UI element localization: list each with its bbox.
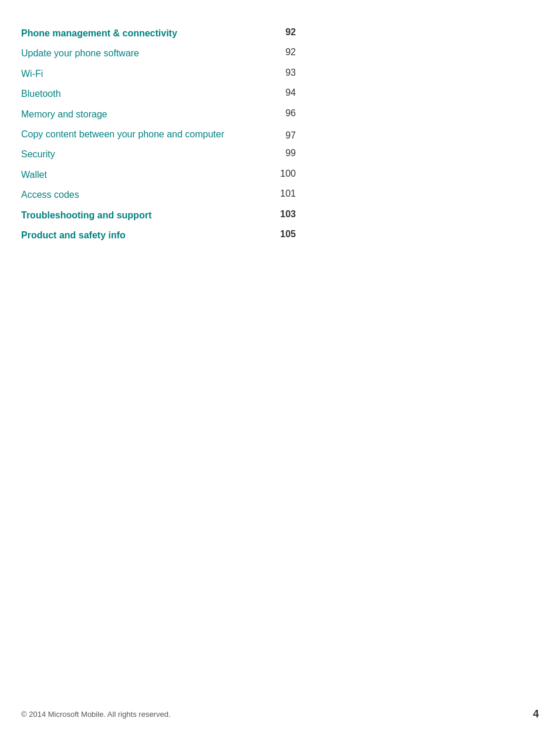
toc-label-phone-management: Phone management & connectivity bbox=[21, 27, 272, 40]
footer-copyright: © 2014 Microsoft Mobile. All rights rese… bbox=[21, 710, 171, 719]
toc-label-troubleshooting: Troubleshooting and support bbox=[21, 209, 272, 222]
toc-page-update-software: 92 bbox=[272, 47, 296, 58]
footer: © 2014 Microsoft Mobile. All rights rese… bbox=[0, 708, 560, 720]
footer-page-number: 4 bbox=[533, 708, 539, 720]
page-content: Phone management & connectivity 92 Updat… bbox=[0, 0, 317, 281]
toc-list: Phone management & connectivity 92 Updat… bbox=[21, 23, 296, 245]
toc-item-product-safety[interactable]: Product and safety info 105 bbox=[21, 225, 296, 245]
toc-page-wifi: 93 bbox=[272, 68, 296, 78]
toc-label-security: Security bbox=[21, 148, 272, 161]
toc-page-product-safety: 105 bbox=[272, 229, 296, 240]
toc-page-phone-management: 92 bbox=[272, 27, 296, 38]
toc-page-bluetooth: 94 bbox=[272, 87, 296, 98]
toc-label-copy-content: Copy content between your phone and comp… bbox=[21, 128, 272, 141]
toc-item-access-codes[interactable]: Access codes 101 bbox=[21, 185, 296, 205]
toc-item-bluetooth[interactable]: Bluetooth 94 bbox=[21, 84, 296, 104]
toc-item-wifi[interactable]: Wi-Fi 93 bbox=[21, 64, 296, 84]
toc-page-security: 99 bbox=[272, 148, 296, 159]
toc-label-product-safety: Product and safety info bbox=[21, 229, 272, 242]
toc-page-access-codes: 101 bbox=[272, 188, 296, 199]
toc-page-troubleshooting: 103 bbox=[272, 209, 296, 220]
toc-item-wallet[interactable]: Wallet 100 bbox=[21, 165, 296, 185]
toc-label-access-codes: Access codes bbox=[21, 188, 272, 201]
toc-item-memory-storage[interactable]: Memory and storage 96 bbox=[21, 105, 296, 124]
toc-label-wifi: Wi-Fi bbox=[21, 68, 272, 80]
toc-label-memory-storage: Memory and storage bbox=[21, 108, 272, 121]
toc-item-security[interactable]: Security 99 bbox=[21, 144, 296, 164]
toc-page-copy-content: 97 bbox=[272, 130, 296, 141]
toc-label-update-software: Update your phone software bbox=[21, 47, 272, 60]
toc-page-wallet: 100 bbox=[272, 169, 296, 179]
toc-label-bluetooth: Bluetooth bbox=[21, 87, 272, 100]
toc-label-wallet: Wallet bbox=[21, 169, 272, 181]
toc-item-phone-management[interactable]: Phone management & connectivity 92 bbox=[21, 23, 296, 43]
toc-page-memory-storage: 96 bbox=[272, 108, 296, 119]
toc-item-update-software[interactable]: Update your phone software 92 bbox=[21, 43, 296, 63]
toc-item-copy-content[interactable]: Copy content between your phone and comp… bbox=[21, 124, 296, 144]
toc-item-troubleshooting[interactable]: Troubleshooting and support 103 bbox=[21, 205, 296, 225]
